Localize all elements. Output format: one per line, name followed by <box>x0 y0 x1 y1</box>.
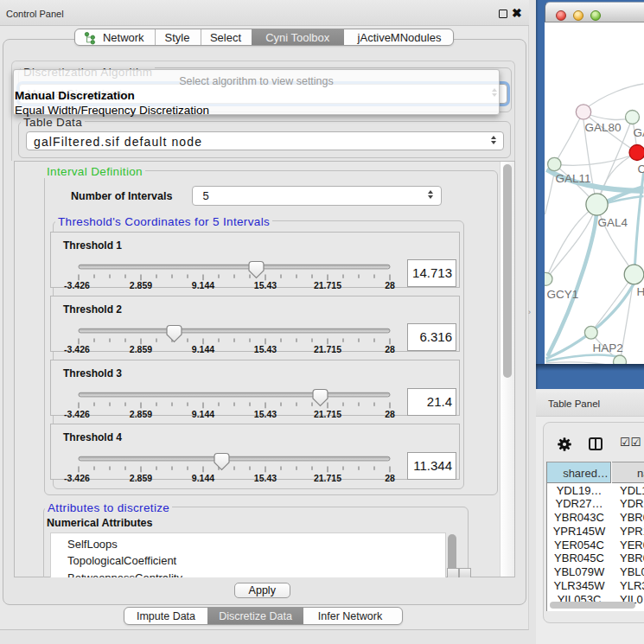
svg-text:C: C <box>638 163 644 175</box>
svg-text:GAL1: GAL1 <box>634 126 644 139</box>
svg-text:GAL4: GAL4 <box>598 216 628 229</box>
svg-text:H: H <box>637 285 644 298</box>
svg-text:HAP2: HAP2 <box>593 341 623 354</box>
svg-text:GAL11: GAL11 <box>556 172 591 185</box>
svg-text:GCY1: GCY1 <box>547 288 579 301</box>
svg-text:GAL80: GAL80 <box>585 121 622 134</box>
